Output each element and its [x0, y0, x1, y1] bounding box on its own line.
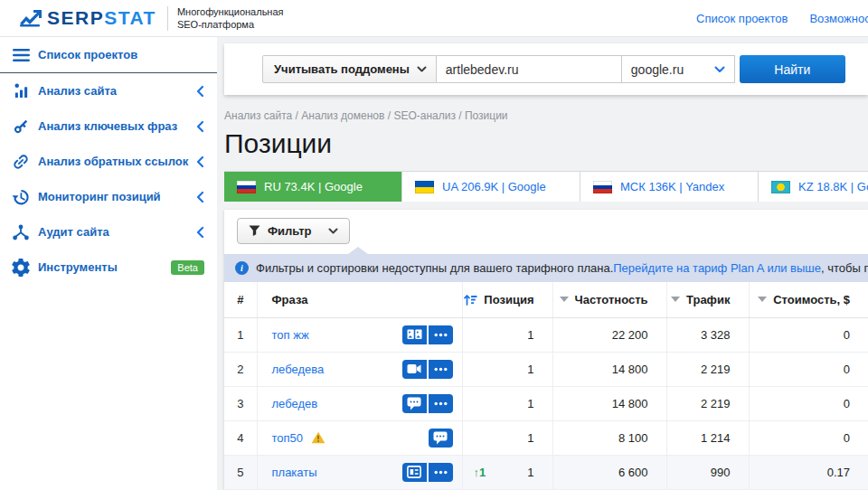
- col-header-position[interactable]: Позиция: [462, 282, 552, 317]
- images-serp-icon[interactable]: [402, 325, 427, 344]
- upgrade-plan-link[interactable]: Перейдите на тариф Plan A или выше: [613, 261, 821, 275]
- header-link-projects[interactable]: Список проектов: [696, 12, 788, 25]
- col-header-traffic[interactable]: Трафик: [666, 282, 749, 317]
- backlinks-icon: [11, 153, 31, 171]
- audit-icon: [11, 223, 31, 241]
- traffic-cell: 2 219: [666, 386, 749, 420]
- frequency-cell: 22 200: [552, 317, 666, 352]
- search-engine-select[interactable]: google.ru: [622, 55, 735, 83]
- tab-label: МСК 136K | Yandex: [620, 180, 724, 193]
- frequency-cell: 8 100: [552, 420, 666, 455]
- chevron-left-icon[interactable]: [195, 155, 204, 168]
- sidebar-item-rank-monitoring[interactable]: Мониторинг позиций: [0, 179, 217, 214]
- tab-ru-google[interactable]: RU 73.4K | Google: [224, 172, 402, 202]
- more-icon[interactable]: [429, 463, 453, 482]
- breadcrumb[interactable]: Анализ сайта / Анализ доменов / SEO-анал…: [224, 109, 868, 122]
- position-cell: ↑11: [462, 455, 552, 489]
- row-number: 1: [224, 317, 257, 352]
- phrase-link[interactable]: лебедев: [272, 397, 318, 410]
- sidebar-item-site-analysis[interactable]: Анализ сайта: [0, 73, 217, 108]
- serpstat-logo[interactable]: SERPSTAT: [20, 7, 156, 29]
- more-icon[interactable]: [429, 325, 453, 344]
- cost-cell: 0: [749, 317, 868, 352]
- logo-divider: [167, 6, 168, 31]
- phrase-link[interactable]: топ жж: [272, 328, 309, 342]
- page-title: Позиции: [224, 128, 868, 159]
- cost-cell: 0: [749, 352, 868, 386]
- phrase-link[interactable]: лебедева: [272, 363, 325, 376]
- col-header-frequency[interactable]: Частотность: [552, 282, 666, 317]
- chevron-down-icon: [328, 228, 338, 234]
- sidebar-item-label: Список проектов: [38, 48, 137, 61]
- col-header-num: #: [224, 282, 257, 317]
- sort-active-icon: [463, 293, 477, 306]
- sidebar-item-label: Аудит сайта: [38, 225, 109, 239]
- col-header-cost[interactable]: Стоимость, $: [749, 282, 868, 317]
- sidebar-item-label: Мониторинг позиций: [38, 190, 161, 203]
- sidebar-item-tools[interactable]: Инструменты Beta: [0, 250, 217, 285]
- tab-label: KZ 18.8K | Google: [798, 180, 868, 193]
- sidebar-item-projects[interactable]: Список проектов: [0, 37, 217, 72]
- search-button[interactable]: Найти: [740, 55, 845, 83]
- positions-table: # Фраза Позиция Частотность Трафик Стоим…: [224, 282, 868, 490]
- snippet-serp-icon[interactable]: [402, 463, 427, 482]
- logo-text: SERPSTAT: [47, 7, 156, 29]
- banner-callout-arrow: [348, 247, 368, 254]
- filter-button[interactable]: Фильтр: [237, 218, 350, 244]
- tab-label: RU 73.4K | Google: [264, 180, 363, 193]
- subdomains-dropdown[interactable]: Учитывать поддомены: [262, 55, 437, 83]
- chevron-left-icon[interactable]: [195, 85, 204, 98]
- sidebar-item-site-audit[interactable]: Аудит сайта: [0, 214, 217, 250]
- warning-icon: [311, 431, 326, 444]
- tagline: Многофункциональная SEO-платформа: [177, 5, 284, 32]
- sidebar-item-label: Инструменты: [38, 260, 118, 274]
- more-icon[interactable]: [429, 394, 453, 413]
- position-cell: 1: [462, 352, 552, 386]
- sidebar-item-label: Анализ обратных ссылок: [38, 155, 188, 168]
- position-up-indicator: ↑1: [474, 466, 486, 479]
- chevron-down-icon: [714, 66, 725, 73]
- chat-serp-icon[interactable]: [429, 429, 453, 448]
- table-row: 4 топ50 1 8 100 1 214 0: [224, 420, 868, 455]
- tab-ua-google[interactable]: UA 206.9K | Google: [402, 172, 580, 202]
- region-tabbar: RU 73.4K | Google UA 206.9K | Google МСК…: [224, 171, 868, 202]
- phrase-link[interactable]: плакаты: [272, 466, 317, 479]
- row-number: 5: [224, 455, 257, 489]
- banner-text: , чтобы получить доступ: [821, 261, 868, 275]
- content-card: Фильтр i Фильтры и сортировки недоступны…: [224, 210, 868, 490]
- header-link-features[interactable]: Возможности: [809, 12, 868, 25]
- key-icon: [11, 118, 31, 136]
- ru-flag-icon: [593, 181, 612, 193]
- chat-serp-icon[interactable]: [402, 394, 427, 413]
- sidebar-item-backlinks[interactable]: Анализ обратных ссылок: [0, 144, 217, 179]
- plan-banner: i Фильтры и сортировки недоступны для ва…: [224, 254, 868, 282]
- tab-kz-google[interactable]: KZ 18.8K | Google: [759, 172, 868, 202]
- search-card: Учитывать поддомены google.ru Найти: [224, 43, 868, 95]
- sort-down-icon: [758, 297, 767, 302]
- domain-search-input[interactable]: [437, 55, 622, 83]
- sidebar-item-keyword-analysis[interactable]: Анализ ключевых фраз: [0, 108, 217, 144]
- table-header-row: # Фраза Позиция Частотность Трафик Стоим…: [224, 282, 868, 317]
- traffic-cell: 2 219: [666, 352, 749, 386]
- video-serp-icon[interactable]: [402, 360, 427, 379]
- sort-down-icon: [560, 297, 569, 302]
- traffic-cell: 3 328: [666, 317, 749, 352]
- chevron-left-icon[interactable]: [195, 191, 204, 203]
- chevron-left-icon[interactable]: [195, 226, 204, 239]
- row-number: 4: [224, 420, 257, 455]
- cost-cell: 0.17: [749, 455, 868, 489]
- chevron-left-icon[interactable]: [195, 120, 204, 133]
- site-analysis-icon: [11, 82, 31, 100]
- cost-cell: 0: [749, 420, 868, 455]
- row-number: 3: [224, 386, 257, 420]
- more-icon[interactable]: [429, 360, 453, 379]
- serpstat-logo-icon: [20, 9, 42, 27]
- search-engine-value: google.ru: [631, 62, 684, 77]
- header-links: Список проектов Возможности: [696, 0, 868, 37]
- tab-msk-yandex[interactable]: МСК 136K | Yandex: [580, 172, 759, 202]
- phrase-link[interactable]: топ50: [272, 431, 304, 445]
- info-icon: i: [235, 261, 249, 275]
- position-cell: 1: [462, 386, 552, 420]
- traffic-cell: 990: [666, 455, 749, 489]
- ru-flag-icon: [237, 181, 256, 193]
